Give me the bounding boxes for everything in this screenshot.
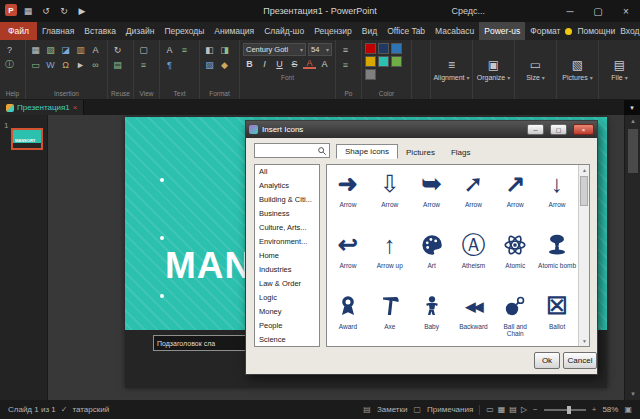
icon-cell-arrow-4[interactable]: ↗Arrow [494,165,536,226]
symbol-icon[interactable]: Ω [59,58,72,71]
dialog-tab-pictures[interactable]: Pictures [398,146,443,159]
category-culture-arts[interactable]: Culture, Arts... [255,221,319,235]
ribbon-tab-файл[interactable]: Файл [0,22,37,40]
reading-view-icon[interactable]: ▤ [509,405,517,414]
layout-icon[interactable]: ▤ [111,58,124,71]
dialog-tab-shape-icons[interactable]: Shape icons [336,144,398,159]
info-icon[interactable]: ⓘ [3,58,16,71]
category-law-order[interactable]: Law & Order [255,277,319,291]
ribbon-tab-анимация[interactable]: Анимация [209,22,259,40]
dialog-maximize-button[interactable]: ▢ [550,124,567,135]
icon-cell-atomic-10[interactable]: Atomic [494,226,536,287]
signin-button[interactable]: Вход [620,26,639,36]
scroll-up-icon[interactable]: ▴ [625,115,640,127]
icon-cell-arrow-2[interactable]: ➥Arrow [411,165,453,226]
fill-icon[interactable]: ◧ [203,43,216,56]
swatch-navy[interactable] [378,43,389,54]
align-center-icon[interactable]: ≡ [339,58,352,71]
video-icon[interactable]: ► [74,58,87,71]
ribbon-tab-вид[interactable]: Вид [357,22,382,40]
outline-icon[interactable]: ◨ [218,43,231,56]
category-analytics[interactable]: Analytics [255,179,319,193]
list-icon[interactable]: ≡ [137,58,150,71]
cancel-button[interactable]: Cancel [563,352,597,369]
ok-button[interactable]: Ok [534,352,560,369]
font-style-button-1[interactable]: I [258,58,271,70]
textbox-icon[interactable]: A [89,43,102,56]
ribbon-group-pictures[interactable]: ▧Pictures▾ [556,40,598,99]
swatch-gold[interactable] [365,56,376,67]
header-icon[interactable]: ▭ [29,58,42,71]
ribbon-tab-слайд-шо[interactable]: Слайд-шо [259,22,309,40]
zoom-slider-thumb[interactable] [567,406,571,414]
tools-button[interactable]: Средс... [451,0,485,22]
ribbon-group-alignment[interactable]: ≡Alignment▾ [430,40,472,99]
document-tab[interactable]: Презентация1 × [0,100,84,115]
table-icon[interactable]: ▦ [29,43,42,56]
font-style-button-0[interactable]: B [243,58,256,70]
font-style-button-4[interactable]: A [303,58,316,69]
category-industries[interactable]: Industries [255,263,319,277]
grid-scroll-down-icon[interactable]: ▼ [579,336,590,346]
icon-cell-atomic-bomb-11[interactable]: Atomic bomb [536,226,578,287]
font-icon[interactable]: A [163,43,176,56]
ribbon-tab-рецензир[interactable]: Рецензир [309,22,357,40]
maximize-button[interactable]: ▢ [584,0,612,22]
styles-icon[interactable]: ◆ [218,58,231,71]
icon-cell-arrow-5[interactable]: ↓Arrow [536,165,578,226]
wordart-icon[interactable]: W [44,58,57,71]
ribbon-tab-вставка[interactable]: Вставка [79,22,121,40]
swatch-green[interactable] [391,56,402,67]
effects-icon[interactable]: ▨ [203,58,216,71]
paragraph-icon[interactable]: ¶ [163,58,176,71]
category-all[interactable]: All [255,165,319,179]
refresh-icon[interactable]: ↻ [111,43,124,56]
shapes-icon[interactable]: ◪ [59,43,72,56]
icon-cell-arrow-6[interactable]: ↩Arrow [327,226,369,287]
zoom-level[interactable]: 58% [602,405,618,414]
close-tab-icon[interactable]: × [73,103,78,112]
ribbon-tab-переходы[interactable]: Переходы [159,22,209,40]
align-icon[interactable]: ≡ [178,43,191,56]
ribbon-tab-главная[interactable]: Главная [37,22,79,40]
dialog-close-button[interactable]: × [573,124,594,135]
icon-cell-award-12[interactable]: Award [327,287,369,348]
swatch-teal[interactable] [378,56,389,67]
dialog-minimize-button[interactable]: ─ [527,124,544,135]
proofing-icon[interactable]: ✓ [61,405,68,414]
category-logic[interactable]: Logic [255,291,319,305]
redo-icon[interactable]: ↻ [57,4,71,18]
icon-cell-backward-15[interactable]: ◀◀Backward [452,287,494,348]
link-icon[interactable]: ∞ [89,58,102,71]
icon-cell-arrow-3[interactable]: ➚Arrow [452,165,494,226]
category-business[interactable]: Business [255,207,319,221]
tab-list-button[interactable]: ▾ [624,100,640,115]
category-money[interactable]: Money [255,305,319,319]
category-building-citi[interactable]: Building & Citi... [255,193,319,207]
ribbon-tab-дизайн[interactable]: Дизайн [121,22,160,40]
slide-thumbnail[interactable]: MANSORY [11,128,43,150]
font-size-select[interactable]: 54▾ [308,43,332,56]
zoom-in-icon[interactable]: + [592,405,597,414]
minimize-button[interactable]: ─ [556,0,584,22]
icon-cell-baby-14[interactable]: Baby [411,287,453,348]
dialog-tab-flags[interactable]: Flags [443,146,479,159]
ribbon-tab-office-tab[interactable]: Office Tab [382,22,430,40]
ribbon-tab-macabacu[interactable]: Macabacu [430,22,479,40]
assistant-button[interactable]: Помощни [577,26,615,36]
category-home[interactable]: Home [255,249,319,263]
font-name-select[interactable]: Century Gotl▾ [243,43,306,56]
grid-scrollbar[interactable]: ▲ ▼ [578,165,589,346]
font-style-button-5[interactable]: A [318,58,331,70]
grid-scrollbar-thumb[interactable] [580,176,588,206]
icon-cell-atheism-9[interactable]: ⒶAtheism [452,226,494,287]
ribbon-group-file[interactable]: ▤File▾ [598,40,640,99]
grid-scroll-up-icon[interactable]: ▲ [579,165,590,175]
swatch-gray[interactable] [365,69,376,80]
save-icon[interactable]: ▦ [21,4,35,18]
fit-slide-icon[interactable]: ▣ [624,405,632,414]
align-left-icon[interactable]: ≡ [339,43,352,56]
notes-button[interactable]: Заметки [377,405,408,414]
picture-icon[interactable]: ▧ [44,43,57,56]
icon-cell-ballot-17[interactable]: ☒Ballot [536,287,578,348]
